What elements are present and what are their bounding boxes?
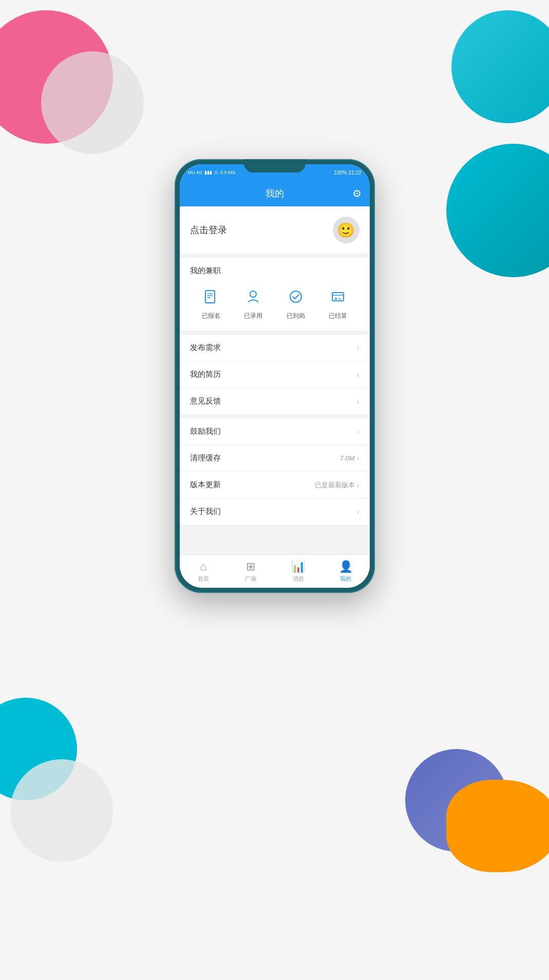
settled-icon-wrap	[326, 285, 350, 309]
square-icon: ⊞	[246, 560, 255, 573]
hired-label: 已录用	[244, 312, 262, 320]
encourage-right: ›	[357, 428, 359, 436]
avatar-icon: 🙂	[337, 222, 355, 239]
message-label: 消息	[293, 575, 304, 583]
parttime-item-settled[interactable]: 已结算	[326, 285, 350, 320]
avatar: 🙂	[333, 217, 359, 243]
feedback-right: ›	[357, 397, 359, 406]
status-bar-left: MU 4G ▮▮▮ ⊙ 0.9 M/s	[188, 170, 236, 175]
encourage-chevron: ›	[357, 428, 359, 436]
parttime-item-registered[interactable]: 已报名	[199, 285, 223, 320]
bg-circle-teal-top	[451, 10, 549, 123]
settings-icon[interactable]: ⚙	[352, 187, 362, 200]
parttime-icons-row: 已报名 已录用	[190, 283, 359, 322]
resume-right: ›	[357, 371, 359, 379]
parttime-section: 我的兼职 已报名	[180, 258, 370, 331]
update-right: 已是最新版本 ›	[315, 481, 359, 490]
update-status: 已是最新版本	[315, 481, 355, 490]
registered-icon	[203, 289, 219, 304]
encourage-text: 鼓励我们	[190, 427, 221, 436]
arrived-icon-wrap	[284, 285, 308, 309]
phone-mockup: MU 4G ▮▮▮ ⊙ 0.9 M/s 100% 21:22 我的 ⚙ 点击登录	[175, 159, 375, 593]
bg-circle-pink	[0, 10, 113, 144]
nav-message[interactable]: 📊 消息	[275, 560, 323, 583]
svg-rect-0	[205, 291, 215, 303]
bottom-nav: ⌂ 首页 ⊞ 广场 📊 消息 👤 我的	[180, 554, 370, 588]
phone-screen: MU 4G ▮▮▮ ⊙ 0.9 M/s 100% 21:22 我的 ⚙ 点击登录	[180, 164, 370, 588]
resume-chevron: ›	[357, 371, 359, 379]
cache-chevron: ›	[357, 454, 359, 463]
app-header: 我的 ⚙	[180, 181, 370, 206]
update-chevron: ›	[357, 481, 359, 489]
bg-circle-orange-bottom	[446, 780, 549, 872]
nav-home[interactable]: ⌂ 首页	[180, 560, 228, 583]
menu-item-publish[interactable]: 发布需求 ›	[180, 335, 370, 361]
app-content: 点击登录 🙂 我的兼职	[180, 206, 370, 554]
arrived-label: 已到岗	[287, 312, 305, 320]
mine-icon: 👤	[339, 560, 353, 573]
message-icon: 📊	[291, 560, 305, 573]
bg-circle-gray-bottom	[10, 759, 113, 862]
wifi-icon: ⊙	[214, 170, 218, 175]
square-label: 广场	[245, 575, 256, 583]
signal-bars: ▮▮▮	[204, 170, 212, 175]
speed-text: 0.9 M/s	[220, 170, 236, 175]
update-text: 版本更新	[190, 480, 221, 490]
menu-section-2: 鼓励我们 › 清理缓存 7.0M › 版本更新	[180, 418, 370, 525]
publish-chevron: ›	[357, 344, 359, 352]
svg-point-5	[290, 291, 301, 302]
bg-circle-gray	[41, 51, 144, 154]
menu-item-cache[interactable]: 清理缓存 7.0M ›	[180, 445, 370, 472]
hired-icon-wrap	[241, 285, 265, 309]
nav-mine[interactable]: 👤 我的	[322, 560, 370, 583]
mine-label: 我的	[340, 575, 351, 583]
about-right: ›	[357, 508, 359, 516]
menu-item-update[interactable]: 版本更新 已是最新版本 ›	[180, 472, 370, 498]
svg-rect-6	[332, 293, 344, 301]
menu-section: 发布需求 › 我的简历 › 意见反馈 ›	[180, 335, 370, 414]
feedback-chevron: ›	[357, 397, 359, 406]
arrived-icon	[288, 289, 304, 304]
svg-point-7	[335, 298, 337, 300]
cache-size: 7.0M	[340, 454, 355, 462]
hired-icon	[245, 289, 261, 304]
bg-circle-blue-bottom	[405, 749, 508, 852]
phone-notch	[244, 164, 306, 172]
registered-icon-wrap	[199, 285, 223, 309]
bg-circle-cyan-left	[0, 698, 77, 800]
bg-circle-teal-right	[446, 144, 549, 277]
carrier-text: MU 4G	[188, 170, 203, 175]
login-section[interactable]: 点击登录 🙂	[180, 206, 370, 254]
resume-text: 我的简历	[190, 370, 221, 379]
menu-item-encourage[interactable]: 鼓励我们 ›	[180, 418, 370, 445]
cache-text: 清理缓存	[190, 453, 221, 463]
status-bar-right: 100% 21:22	[334, 170, 361, 176]
home-label: 首页	[198, 575, 209, 583]
settled-label: 已结算	[329, 312, 347, 320]
cache-right: 7.0M ›	[340, 454, 359, 463]
feedback-text: 意见反馈	[190, 396, 221, 406]
menu-item-resume[interactable]: 我的简历 ›	[180, 361, 370, 388]
publish-text: 发布需求	[190, 343, 221, 353]
publish-right: ›	[357, 344, 359, 352]
menu-item-about[interactable]: 关于我们 ›	[180, 498, 370, 525]
settled-icon	[330, 289, 346, 304]
about-text: 关于我们	[190, 507, 221, 516]
about-chevron: ›	[357, 508, 359, 516]
phone-frame: MU 4G ▮▮▮ ⊙ 0.9 M/s 100% 21:22 我的 ⚙ 点击登录	[175, 159, 375, 593]
registered-label: 已报名	[202, 312, 220, 320]
login-text: 点击登录	[190, 224, 227, 236]
header-title: 我的	[266, 187, 284, 200]
parttime-title: 我的兼职	[190, 266, 359, 276]
menu-item-feedback[interactable]: 意见反馈 ›	[180, 388, 370, 414]
parttime-item-hired[interactable]: 已录用	[241, 285, 265, 320]
home-icon: ⌂	[200, 560, 206, 573]
nav-square[interactable]: ⊞ 广场	[227, 560, 275, 583]
svg-point-4	[250, 291, 256, 297]
parttime-item-arrived[interactable]: 已到岗	[284, 285, 308, 320]
